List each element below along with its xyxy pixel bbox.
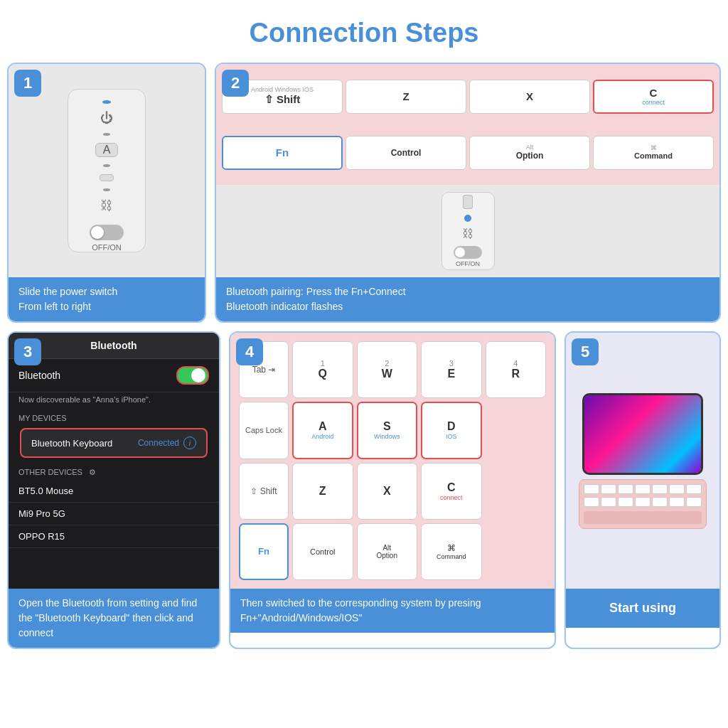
dot-indicator-3 <box>103 188 110 191</box>
device-small-icon <box>100 174 114 182</box>
kb-trackpad <box>584 511 702 524</box>
bottom-steps-row: 3 Bluetooth Bluetooth Now discoverable a… <box>7 331 721 649</box>
key4-empty-1 <box>486 402 547 459</box>
step2-caption: Bluetooth pairing: Press the Fn+ConnectB… <box>216 277 719 321</box>
kb-mini-key <box>652 484 668 494</box>
kb-mini-key <box>635 484 651 494</box>
step1-caption-text: Slide the power switchFrom left to right <box>18 286 117 312</box>
step4-badge: 4 <box>236 338 263 365</box>
kb-mini-key <box>686 484 702 494</box>
key4-empty-3 <box>486 523 547 580</box>
step2-device-illustration: ⛓ OFF/ON <box>216 185 719 277</box>
kb-mini-key <box>584 484 599 494</box>
dot-indicator-2 <box>103 164 110 167</box>
key-z: Z <box>346 80 466 114</box>
key4-d-ios: D IOS <box>421 402 482 459</box>
step1-card: 1 ⏻ A ⛓ OFF/ON Slide the power sw <box>7 63 206 323</box>
mini-blue-dot <box>464 215 471 222</box>
key4-control: Control <box>292 523 353 580</box>
step5-badge: 5 <box>572 338 599 365</box>
key4-empty-2 <box>486 463 547 520</box>
step3-caption: Open the Bluetooth from setting and find… <box>9 589 219 648</box>
my-devices-header: MY DEVICES <box>9 407 219 425</box>
kb-mini-key <box>669 484 685 494</box>
key-fn: Fn <box>222 136 343 170</box>
key-control: Control <box>346 136 466 170</box>
step2-illustration: Android Windows IOS ⇧ Shift Z X C connec… <box>216 64 719 277</box>
toggle-slider <box>90 225 124 240</box>
kb-mini-key <box>618 484 633 494</box>
step4-card: 4 Tab ⇥ 1Q 2W 3E 4R Caps Lock A Android … <box>229 331 556 649</box>
key-c-connect: C connect <box>593 80 714 114</box>
kb-mini-key <box>686 497 702 507</box>
toggle-label: OFF/ON <box>90 243 124 252</box>
kb-mini-key <box>584 497 599 507</box>
bt-label: Bluetooth <box>18 370 60 381</box>
link-icon: ⛓ <box>100 198 113 213</box>
key4-a-android: A Android <box>292 402 353 459</box>
kb-row-1 <box>584 484 702 494</box>
blue-indicator-dot <box>102 100 111 104</box>
kb-row-2 <box>584 497 702 507</box>
bt-toggle-knob <box>191 368 205 382</box>
key-command: ⌘ Command <box>593 136 714 170</box>
bt-toggle-row: Bluetooth <box>9 359 219 392</box>
step3-caption-text: Open the Bluetooth from setting and find… <box>18 597 197 638</box>
step2-keyboard-top: Android Windows IOS ⇧ Shift Z X C connec… <box>216 64 719 185</box>
top-steps-row: 1 ⏻ A ⛓ OFF/ON Slide the power sw <box>7 63 721 323</box>
key4-command: ⌘ Command <box>421 523 482 580</box>
key-x: X <box>469 80 590 114</box>
bt-other-device-1[interactable]: BT5.0 Mouse <box>9 480 219 503</box>
step2-caption-text: Bluetooth pairing: Press the Fn+ConnectB… <box>226 286 406 312</box>
step4-caption-text: Then switched to the corresponding syste… <box>240 597 481 623</box>
key4-num1: 1Q <box>292 341 353 398</box>
key4-fn: Fn <box>239 523 289 580</box>
device-body: ⏻ A ⛓ OFF/ON <box>68 89 146 252</box>
step4-caption: Then switched to the corresponding syste… <box>230 589 555 633</box>
key-option: Alt Option <box>469 136 590 170</box>
bt-other-device-2[interactable]: Mi9 Pro 5G <box>9 503 219 525</box>
step4-keyboard: Tab ⇥ 1Q 2W 3E 4R Caps Lock A Android S … <box>230 333 555 589</box>
mini-toggle-label: OFF/ON <box>456 260 480 267</box>
step5-illustration <box>566 333 719 589</box>
mini-doc-icon <box>463 195 473 209</box>
loading-spinner: ⚙ <box>89 468 96 477</box>
key4-alt-option: Alt Option <box>357 523 418 580</box>
bt-toggle-on[interactable] <box>176 366 209 385</box>
bt-other-device-3[interactable]: OPPO R15 <box>9 525 219 548</box>
key4-x: X <box>357 463 418 520</box>
step5-caption: Start using <box>566 589 719 628</box>
key4-c-connect: C connect <box>421 463 482 520</box>
key4-shift: ⇧ Shift <box>239 463 289 520</box>
bt-discoverable-text: Now discoverable as "Anna's iPhone". <box>9 392 219 407</box>
bt-keyboard-row[interactable]: Bluetooth Keyboard Connected i <box>20 428 208 458</box>
key4-s-windows: S Windows <box>357 402 418 459</box>
step1-caption: Slide the power switchFrom left to right <box>9 277 205 321</box>
step5-caption-text: Start using <box>609 601 676 615</box>
dot-indicator-1 <box>103 133 110 136</box>
tablet-image <box>582 393 703 475</box>
tablet-screen <box>584 395 701 473</box>
letter-a-box: A <box>95 143 118 157</box>
bt-info-icon[interactable]: i <box>183 437 196 449</box>
kb-mini-key <box>601 497 616 507</box>
step2-card: 2 Android Windows IOS ⇧ Shift Z X C conn… <box>215 63 721 323</box>
key4-capslock: Caps Lock <box>239 402 289 459</box>
kb-mini-key <box>618 497 633 507</box>
kb-mini-key <box>635 497 651 507</box>
key4-num4: 4R <box>486 341 547 398</box>
mini-toggle-wrap: OFF/ON <box>454 246 482 267</box>
step2-badge: 2 <box>222 70 249 97</box>
mini-toggle-knob <box>455 247 465 257</box>
tablet-keyboard-wrap <box>579 393 707 529</box>
kb-mini-key <box>669 497 685 507</box>
mini-chain-icon: ⛓ <box>462 228 473 240</box>
other-devices-header: OTHER DEVICES ⚙ <box>9 461 219 480</box>
keyboard-image <box>579 479 707 529</box>
step5-card: 5 <box>564 331 721 649</box>
bt-connected-wrap: Connected i <box>138 437 196 449</box>
toggle-knob <box>91 226 104 239</box>
page-title: Connection Steps <box>7 7 721 63</box>
bt-device-entry: Bluetooth Keyboard Connected i <box>9 425 219 461</box>
step3-bt-screen: Bluetooth Bluetooth Now discoverable as … <box>9 333 219 589</box>
